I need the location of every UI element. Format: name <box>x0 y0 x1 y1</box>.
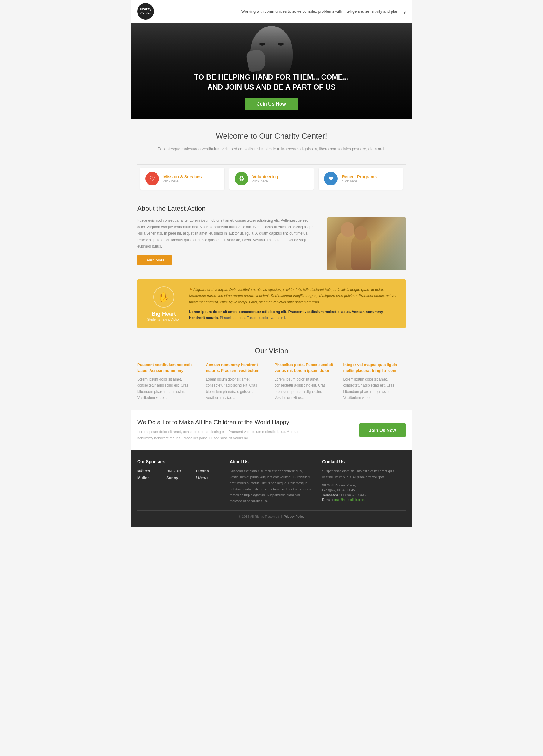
welcome-title: Welcome to Our Charity Center! <box>155 131 388 141</box>
services-row: ♡ Mission & Services click here ♻ Volunt… <box>131 165 412 199</box>
sponsor-libero: Libero <box>195 475 220 480</box>
header-tagline: Working with communities to solve comple… <box>241 9 406 14</box>
contact-city: Glasgow, DC 45 Fr 45. <box>322 488 406 492</box>
quote-section: ✋ Big Heart Students Taking Action Aliqu… <box>137 279 406 328</box>
volunteering-card-text: Volunteering click here <box>252 174 278 183</box>
contact-email-value[interactable]: mail@demolink.orgas. <box>334 498 367 501</box>
quote-body: Lorem ipsum dolor sit amet, consectetuer… <box>189 309 397 321</box>
vision-item-3: Phasellus porta. Fusce suscipit varius m… <box>275 362 337 401</box>
quote-content: Aliquam erat volutpat. Duis vestibulum, … <box>189 287 397 321</box>
logo[interactable]: Charity Center <box>137 3 154 20</box>
hero-headline: TO BE HELPING HAND FOR THEM... COME... A… <box>194 72 349 92</box>
site-header: Charity Center Working with communities … <box>131 0 412 23</box>
vision-item-1-title: Praesent vestibulum molestie lacus. Aene… <box>137 362 200 373</box>
footer-bottom: © 2015 All Rights Reserved | Privacy Pol… <box>137 510 406 518</box>
mission-icon: ♡ <box>145 172 159 185</box>
about-title: About the Latest Action <box>137 205 406 213</box>
contact-email-label: E-mail: <box>322 498 333 501</box>
vision-item-4-title: Integer vel magna quis ligula mollis pla… <box>343 362 406 373</box>
about-text: Fusce euismod consequat ante. Lorem ipsu… <box>137 217 318 270</box>
vision-item-3-body: Lorem ipsum dolor sit amet, consectetur … <box>275 376 337 401</box>
sponsors-title: Our Sponsors <box>137 459 221 464</box>
privacy-link[interactable]: Privacy Policy <box>284 515 305 518</box>
programs-subtitle: click here <box>342 179 377 183</box>
service-card-mission[interactable]: ♡ Mission & Services click here <box>140 168 224 190</box>
about-section: About the Latest Action Fusce euismod co… <box>131 199 412 279</box>
vision-item-1: Praesent vestibulum molestie lacus. Aene… <box>137 362 200 401</box>
vision-grid: Praesent vestibulum molestie lacus. Aene… <box>137 362 406 401</box>
cta-join-button[interactable]: Join Us Now <box>359 423 406 437</box>
service-card-programs[interactable]: ❤ Recent Programs click here <box>319 168 403 190</box>
contact-phone-value: +1 800 603 6035 <box>341 493 366 497</box>
quote-text: Aliquam erat volutpat. Duis vestibulum, … <box>189 287 397 305</box>
contact-address-name: 9870 St Vincent Place, <box>322 483 406 487</box>
vision-item-2-body: Lorem ipsum dolor sit amet, consectetur … <box>206 376 269 401</box>
about-us-title: About Us <box>230 459 314 464</box>
footer-sponsors-col: Our Sponsors sobaco BIJOUR Techno Muller… <box>137 459 221 504</box>
volunteering-icon: ♻ <box>235 172 248 185</box>
programs-card-text: Recent Programs click here <box>342 174 377 183</box>
vision-title: Our Vision <box>137 346 406 355</box>
mission-card-text: Mission & Services click here <box>163 174 202 183</box>
logo-line1: Charity <box>140 7 151 11</box>
about-body: Fusce euismod consequat ante. Lorem ipsu… <box>137 217 318 250</box>
volunteering-title: Volunteering <box>252 174 278 179</box>
sponsors-grid: sobaco BIJOUR Techno Muller Sunny Libero <box>137 468 221 480</box>
mission-title: Mission & Services <box>163 174 202 179</box>
vision-item-2: Aenean nonummy hendrerit mauris. Praesen… <box>206 362 269 401</box>
mission-subtitle: click here <box>163 179 202 183</box>
sponsor-sunny: Sunny <box>166 476 191 480</box>
hand-icon: ✋ <box>153 286 174 308</box>
cta-section: We Do a Lot to Make All the Children of … <box>131 410 412 450</box>
big-heart-sub: Students Taking Action <box>147 318 180 321</box>
about-image <box>327 217 406 270</box>
contact-phone-label: Telephone: <box>322 493 340 497</box>
learn-more-button[interactable]: Learn More <box>137 255 172 265</box>
cta-title: We Do a Lot to Make All the Children of … <box>137 419 312 426</box>
sponsor-sobaco: sobaco <box>137 468 162 473</box>
quote-left: ✋ Big Heart Students Taking Action <box>146 286 182 321</box>
contact-phone: Telephone: +1 800 603 6035 <box>322 493 406 497</box>
about-content: Fusce euismod consequat ante. Lorem ipsu… <box>137 217 406 270</box>
hero-join-button[interactable]: Join Us Now <box>245 98 298 110</box>
quote-body-extra: Phasellus porta. Fusce suscipit varius m… <box>219 316 286 320</box>
logo-line2: Center <box>140 11 151 15</box>
vision-item-2-title: Aenean nonummy hendrerit mauris. Praesen… <box>206 362 269 373</box>
cta-text: We Do a Lot to Make All the Children of … <box>137 419 312 441</box>
sponsor-bijour: BIJOUR <box>166 469 191 473</box>
hero-text: TO BE HELPING HAND FOR THEM... COME... A… <box>194 72 349 92</box>
programs-title: Recent Programs <box>342 174 377 179</box>
footer-about-col: About Us Suspendisse diam nisl, molestie… <box>230 459 314 504</box>
site-footer: Our Sponsors sobaco BIJOUR Techno Muller… <box>131 450 412 527</box>
vision-item-3-title: Phasellus porta. Fusce suscipit varius m… <box>275 362 337 373</box>
vision-item-1-body: Lorem ipsum dolor sit amet, consectetur … <box>137 376 200 401</box>
about-us-body: Suspendisse diam nisl, molestie et hendr… <box>230 468 314 504</box>
big-heart-title: Big Heart <box>152 311 176 318</box>
sponsor-techno: Techno <box>195 469 220 473</box>
footer-contact-col: Contact Us Suspendisse diam nisl, molest… <box>322 459 406 504</box>
cta-body: Lorem ipsum dolor sit amet, consectetuer… <box>137 429 312 441</box>
vision-section: Our Vision Praesent vestibulum molestie … <box>131 337 412 410</box>
contact-intro: Suspendisse diam nisl, molestie et hendr… <box>322 468 406 480</box>
volunteering-subtitle: click here <box>252 179 278 183</box>
contact-title: Contact Us <box>322 459 406 464</box>
copyright: © 2015 All Rights Reserved <box>238 515 280 518</box>
contact-email: E-mail: mail@demolink.orgas. <box>322 498 406 501</box>
programs-icon: ❤ <box>324 172 338 185</box>
sponsor-muller: Muller <box>137 476 162 480</box>
welcome-body: Pellentesque malesuada vestibulum velit,… <box>155 146 388 152</box>
welcome-section: Welcome to Our Charity Center! Pellentes… <box>131 119 412 164</box>
hero-section: TO BE HELPING HAND FOR THEM... COME... A… <box>131 23 412 119</box>
footer-grid: Our Sponsors sobaco BIJOUR Techno Muller… <box>137 459 406 504</box>
vision-item-4: Integer vel magna quis ligula mollis pla… <box>343 362 406 401</box>
service-card-volunteering[interactable]: ♻ Volunteering click here <box>229 168 314 190</box>
vision-item-4-body: Lorem ipsum dolor sit amet, consectetur … <box>343 376 406 401</box>
